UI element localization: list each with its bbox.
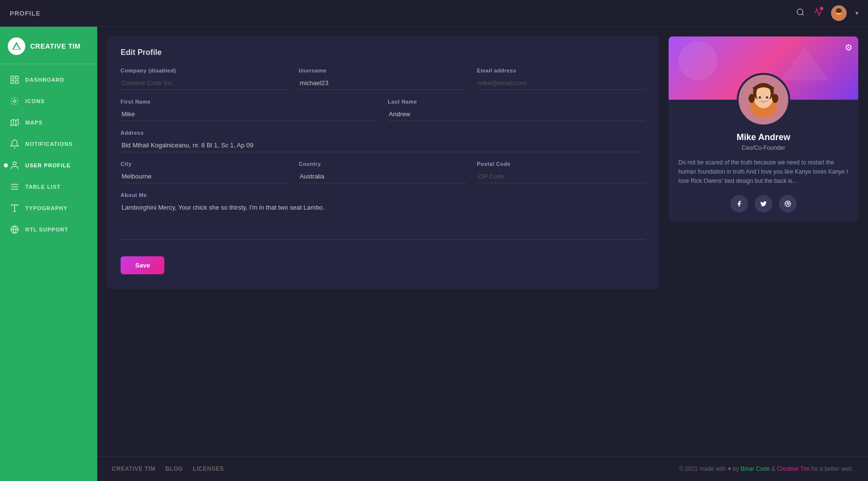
notifications-icon [10,139,19,149]
svg-point-18 [13,162,17,165]
address-input[interactable] [121,139,645,152]
brand-logo-icon [8,37,25,55]
sidebar-label-maps: MAPS [25,120,43,125]
sidebar-item-notifications[interactable]: NOTIFICATIONS [0,133,97,155]
svg-point-32 [772,94,779,103]
svg-point-5 [836,8,842,13]
typography-icon [10,203,19,213]
company-input [121,76,289,90]
topnav: PROFILE ▾ [0,0,868,27]
twitter-button[interactable] [755,195,772,213]
svg-rect-10 [11,76,14,79]
svg-rect-11 [16,76,18,79]
main-content: Edit Profile Company (disabled) Username [97,27,868,446]
about-label: About Me [121,192,645,198]
save-button[interactable]: Save [121,256,164,274]
user-icon [10,160,19,170]
maps-icon [10,118,19,127]
svg-point-14 [14,100,16,103]
form-group-lastname: Last Name [388,99,646,121]
postal-input[interactable] [477,170,645,183]
other-social-button[interactable] [779,195,797,213]
brand-name: CREATIVE TIM [30,42,81,50]
footer-link-creative-tim[interactable]: CREATIVE TIM [112,465,156,472]
form-row-1: Company (disabled) Username Email addres… [121,68,645,90]
address-label: Address [121,130,645,136]
country-input[interactable] [299,170,467,183]
form-group-address: Address [121,130,645,152]
form-row-3: Address [121,130,645,152]
form-row-5: About Me Lamborghini Mercy, Your chick s… [121,192,645,240]
footer-link-blog[interactable]: BLOG [165,465,183,472]
main-row: Edit Profile Company (disabled) Username [107,36,858,289]
activity-dot [820,7,823,10]
lastname-label: Last Name [388,99,646,105]
sidebar-nav: DASHBOARD ICONS MAPS NOTIFICATIONS USER … [0,64,97,481]
svg-marker-15 [11,119,18,125]
form-group-postal: Postal Code [477,161,645,183]
activity-icon[interactable] [814,8,822,19]
profile-bio: Do not be scared of the truth because we… [678,158,849,186]
avatar-dropdown-icon[interactable]: ▾ [855,10,858,17]
edit-form-title: Edit Profile [121,48,645,57]
svg-point-36 [766,100,769,102]
username-label: Username [299,68,467,73]
gear-icon[interactable]: ⚙ [845,42,852,53]
svg-rect-13 [16,81,18,84]
email-label: Email address [477,68,645,73]
firstname-input[interactable] [121,107,378,121]
svg-point-33 [759,96,761,99]
edit-form-container: Edit Profile Company (disabled) Username [107,36,659,289]
facebook-button[interactable] [730,195,748,213]
sidebar-item-table-list[interactable]: TABLE LIST [0,176,97,197]
profile-card: ⚙ [669,36,858,221]
sidebar-label-notifications: NOTIFICATIONS [25,141,73,147]
footer-links: CREATIVE TIM BLOG LICENSES [112,465,224,472]
topnav-actions: ▾ [796,5,858,21]
form-group-city: City [121,161,289,183]
sidebar-item-user-profile[interactable]: USER PROFILE [0,155,97,176]
form-group-username: Username [299,68,467,90]
about-textarea[interactable]: Lamborghini Mercy, Your chick she so thi… [121,201,645,240]
profile-role: Ceo/Co-Founder [678,144,849,151]
sidebar-label-dashboard: DASHBOARD [25,77,65,83]
sidebar-brand[interactable]: CREATIVE TIM [0,27,97,64]
dashboard-icon [10,75,19,85]
profile-avatar [737,73,790,126]
sidebar-item-maps[interactable]: MAPS [0,112,97,133]
profile-name: Mike Andrew [678,132,849,143]
city-input[interactable] [121,170,289,183]
username-input[interactable] [299,76,467,90]
content-area: CREATIVE TIM DASHBOARD ICONS MAPS NOTIF [0,27,868,481]
binar-link[interactable]: Binar Code [741,465,770,472]
sidebar-item-icons[interactable]: ICONS [0,90,97,112]
sidebar-label-icons: ICONS [25,98,45,104]
page-footer: CREATIVE TIM BLOG LICENSES © 2021 made w… [97,456,868,481]
footer-link-licenses[interactable]: LICENSES [193,465,224,472]
svg-point-6 [837,11,838,12]
main-and-footer: Edit Profile Company (disabled) Username [97,27,868,481]
sidebar-item-typography[interactable]: TYPOGRAPHY [0,197,97,219]
sidebar-label-user-profile: USER PROFILE [25,162,71,168]
table-icon [10,182,19,192]
lastname-input[interactable] [388,107,646,121]
profile-avatar-wrap [669,73,858,126]
form-group-about: About Me Lamborghini Mercy, Your chick s… [121,192,645,240]
sidebar-item-dashboard[interactable]: DASHBOARD [0,69,97,90]
svg-point-7 [839,11,840,12]
profile-social [678,195,849,213]
sidebar-label-typography: TYPOGRAPHY [25,205,68,211]
email-input[interactable] [477,76,645,90]
postal-label: Postal Code [477,161,645,167]
sidebar-item-rtl-support[interactable]: RTL SUPPORT [0,219,97,240]
sidebar-label-table-list: TABLE LIST [25,184,61,190]
search-icon[interactable] [796,8,805,19]
creative-tim-link[interactable]: Creative Tim [777,465,810,472]
footer-copy: © 2021 made with ♥ by Binar Code & Creat… [679,465,853,472]
sidebar-label-rtl-support: RTL SUPPORT [25,227,68,232]
avatar[interactable] [831,5,847,21]
svg-point-35 [759,100,762,102]
form-row-2: First Name Last Name [121,99,645,121]
icons-icon [10,96,19,106]
page-title: PROFILE [10,10,40,17]
